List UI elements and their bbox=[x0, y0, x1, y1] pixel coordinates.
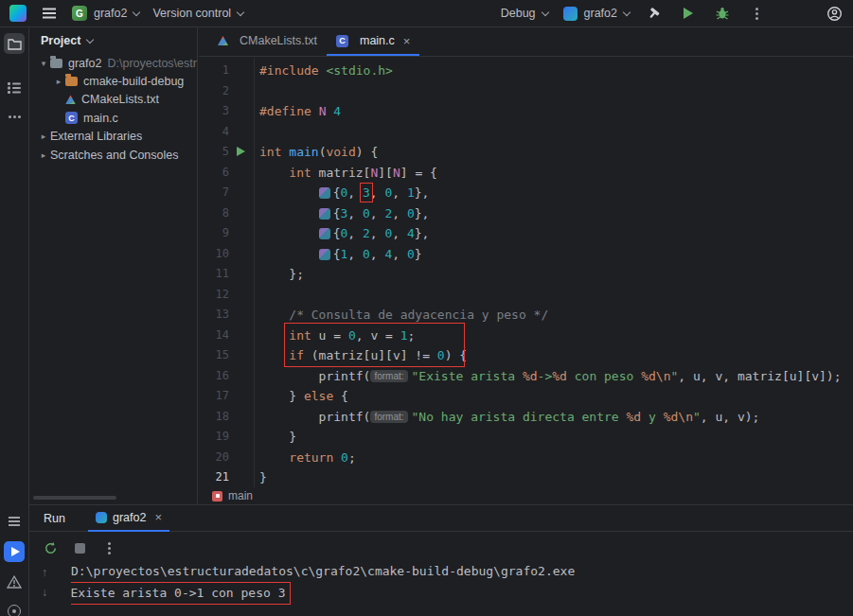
more-actions-button[interactable] bbox=[747, 4, 766, 23]
line-number[interactable]: 15 bbox=[216, 348, 229, 361]
code-line[interactable]: 9 {0, 2, 0, 4}, bbox=[199, 223, 853, 244]
close-tab-icon[interactable]: × bbox=[154, 510, 162, 524]
line-number[interactable]: 5 bbox=[222, 145, 229, 158]
close-tab-icon[interactable]: × bbox=[403, 34, 411, 48]
scroll-up-icon[interactable]: ↑ bbox=[42, 567, 47, 578]
more-options-button[interactable] bbox=[99, 538, 118, 557]
line-number[interactable]: 20 bbox=[216, 450, 229, 464]
more-tools-button[interactable] bbox=[4, 106, 25, 127]
line-number[interactable]: 6 bbox=[222, 166, 229, 179]
line-number[interactable]: 21 bbox=[216, 470, 229, 484]
project-panel-header[interactable]: Project bbox=[29, 27, 197, 54]
gutter[interactable]: 7 bbox=[199, 183, 254, 203]
tab-main.c[interactable]: Cmain.c× bbox=[327, 27, 419, 56]
gutter[interactable]: 14 bbox=[199, 326, 254, 346]
line-number[interactable]: 7 bbox=[222, 185, 229, 199]
line-number[interactable]: 11 bbox=[216, 267, 229, 280]
code-line[interactable]: 21} bbox=[199, 467, 853, 487]
horizontal-scrollbar[interactable] bbox=[33, 496, 116, 500]
gutter[interactable]: 20 bbox=[199, 448, 254, 468]
code-line[interactable]: 3#define N 4 bbox=[199, 101, 853, 122]
line-number[interactable]: 8 bbox=[222, 206, 229, 220]
gutter[interactable]: 19 bbox=[199, 427, 254, 448]
gutter[interactable]: 1 bbox=[199, 61, 254, 81]
gutter[interactable]: 5 bbox=[199, 142, 254, 163]
run-button[interactable] bbox=[679, 4, 698, 23]
gutter[interactable]: 4 bbox=[199, 122, 254, 143]
code-line[interactable]: 10 {1, 0, 4, 0} bbox=[199, 244, 853, 265]
tree-item-External Libraries[interactable]: ▸External Libraries bbox=[29, 128, 197, 146]
code-line[interactable]: 1#include <stdio.h> bbox=[199, 61, 853, 81]
project-tool-button[interactable] bbox=[4, 33, 25, 54]
services-tool-button[interactable] bbox=[4, 601, 25, 616]
debug-mode-selector[interactable]: Debug bbox=[501, 7, 548, 20]
run-line-icon[interactable] bbox=[237, 147, 245, 156]
code-line[interactable]: 16 printf(format:"Existe arista %d->%d c… bbox=[199, 366, 853, 387]
project-widget[interactable]: G grafo2 bbox=[72, 6, 139, 21]
gutter[interactable]: 6 bbox=[199, 163, 254, 184]
line-number[interactable]: 3 bbox=[222, 104, 229, 117]
line-number[interactable]: 10 bbox=[216, 247, 229, 260]
stop-button[interactable] bbox=[70, 538, 89, 557]
gutter[interactable]: 12 bbox=[199, 285, 254, 306]
line-number[interactable]: 12 bbox=[216, 288, 229, 301]
code-line[interactable]: 19 } bbox=[199, 427, 853, 448]
gutter[interactable]: 3 bbox=[199, 101, 254, 122]
run-configuration-selector[interactable]: grafo2 bbox=[563, 7, 630, 21]
gutter[interactable]: 8 bbox=[199, 203, 254, 224]
commit-tool-button[interactable] bbox=[4, 511, 25, 532]
line-number[interactable]: 1 bbox=[222, 63, 229, 77]
code-line[interactable]: 15 if (matriz[u][v] != 0) { bbox=[199, 345, 853, 366]
line-number[interactable]: 17 bbox=[216, 389, 229, 402]
scroll-down-icon[interactable]: ↓ bbox=[42, 587, 47, 598]
tree-item-cmake-build-debug[interactable]: ▸cmake-build-debug bbox=[29, 72, 197, 90]
debug-button[interactable] bbox=[713, 4, 732, 23]
code-line[interactable]: 2 bbox=[199, 81, 853, 102]
structure-tool-button[interactable] bbox=[4, 78, 25, 98]
console-output[interactable]: D:\proyectos\estructuradedatos\c\grafo2\… bbox=[71, 561, 847, 605]
code-line[interactable]: 13 /* Consulta de adyacencia y peso */ bbox=[199, 305, 853, 326]
code-line[interactable]: 8 {3, 0, 2, 0}, bbox=[199, 203, 853, 224]
problems-tool-button[interactable] bbox=[4, 572, 25, 592]
line-number[interactable]: 14 bbox=[216, 328, 229, 342]
code-line[interactable]: 4 bbox=[199, 122, 853, 143]
build-button[interactable] bbox=[645, 4, 664, 23]
gutter[interactable]: 9 bbox=[199, 223, 254, 244]
run-tab[interactable]: grafo2 × bbox=[88, 505, 169, 532]
gutter[interactable]: 21 bbox=[199, 467, 254, 487]
main-menu-button[interactable] bbox=[40, 4, 59, 23]
profile-button[interactable] bbox=[825, 4, 844, 23]
tree-item-main.c[interactable]: Cmain.c bbox=[29, 109, 197, 127]
tab-CMakeLists.txt[interactable]: CMakeLists.txt bbox=[208, 27, 327, 56]
code-line[interactable]: 5int main(void) { bbox=[199, 142, 853, 163]
gutter[interactable]: 16 bbox=[199, 366, 254, 387]
code-line[interactable]: 20 return 0; bbox=[199, 448, 853, 468]
code-editor[interactable]: 1#include <stdio.h>23#define N 445int ma… bbox=[199, 58, 853, 487]
gutter[interactable]: 2 bbox=[199, 81, 254, 102]
code-line[interactable]: 12 bbox=[199, 285, 853, 306]
gutter[interactable]: 18 bbox=[199, 407, 254, 428]
line-number[interactable]: 18 bbox=[216, 410, 229, 423]
rerun-button[interactable] bbox=[41, 538, 60, 557]
line-number[interactable]: 2 bbox=[222, 84, 229, 97]
code-line[interactable]: 14 int u = 0, v = 1; bbox=[199, 326, 853, 346]
tree-item-grafo2[interactable]: ▾grafo2D:\proyectos\estru bbox=[29, 54, 197, 72]
tree-item-Scratches and Consoles[interactable]: ▸Scratches and Consoles bbox=[29, 146, 197, 164]
gutter[interactable]: 11 bbox=[199, 264, 254, 285]
gutter[interactable]: 10 bbox=[199, 244, 254, 265]
line-number[interactable]: 16 bbox=[216, 369, 229, 382]
code-line[interactable]: 11 }; bbox=[199, 264, 853, 285]
line-number[interactable]: 19 bbox=[216, 430, 229, 443]
code-line[interactable]: 18 printf(format:"No hay arista directa … bbox=[199, 407, 853, 428]
version-control-widget[interactable]: Version control bbox=[152, 7, 243, 20]
gutter[interactable]: 15 bbox=[199, 345, 254, 366]
line-number[interactable]: 4 bbox=[222, 125, 229, 138]
line-number[interactable]: 13 bbox=[216, 308, 229, 321]
gutter[interactable]: 13 bbox=[199, 305, 254, 326]
code-line[interactable]: 6 int matriz[N][N] = { bbox=[199, 163, 853, 184]
breadcrumb[interactable]: main bbox=[199, 487, 853, 504]
tree-item-CMakeLists.txt[interactable]: CMakeLists.txt bbox=[29, 91, 197, 109]
code-line[interactable]: 17 } else { bbox=[199, 386, 853, 407]
gutter[interactable]: 17 bbox=[199, 386, 254, 407]
run-tool-button[interactable] bbox=[4, 541, 25, 562]
